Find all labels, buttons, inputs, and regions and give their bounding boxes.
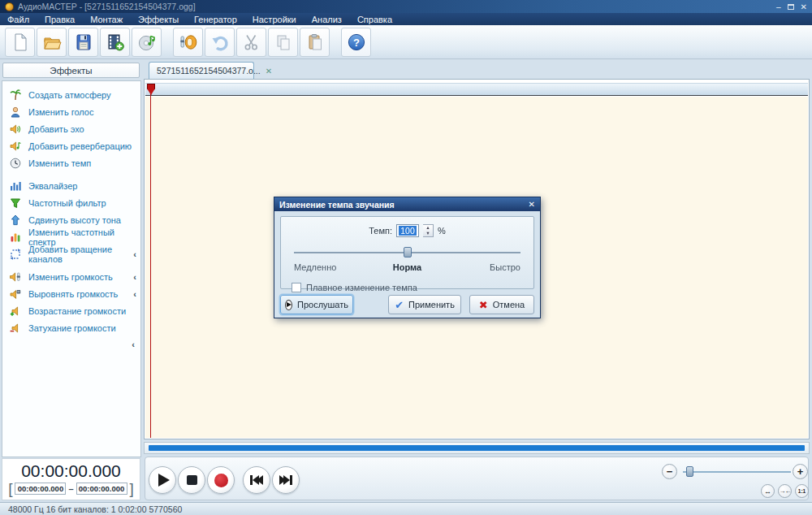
go-to-start-button[interactable]	[243, 466, 270, 494]
listen-button[interactable]: Прослушать	[280, 295, 353, 314]
effect-create-atmosphere[interactable]: Создать атмосферу	[2, 87, 140, 104]
zoom-slider-handle[interactable]	[686, 466, 693, 477]
effect-equalizer[interactable]: Эквалайзер	[2, 178, 140, 195]
effect-change-voice[interactable]: Изменить голос	[2, 104, 140, 121]
stop-button[interactable]	[178, 466, 205, 494]
fit-to-window-button[interactable]: ↔	[761, 484, 775, 498]
menu-help[interactable]: Справка	[357, 15, 392, 24]
scrollbar-thumb[interactable]	[149, 445, 805, 451]
window-title: АудиоМАСТЕР - [5271511652154504377.ogg]	[18, 2, 196, 11]
status-info: 48000 Гц 16 бит каналов: 1 0:02:00 57705…	[8, 504, 182, 514]
extract-from-video-button[interactable]	[100, 28, 130, 57]
effect-fade-out[interactable]: Затухание громкости	[2, 319, 140, 336]
tab-close-icon[interactable]: ✕	[266, 67, 272, 76]
open-file-button[interactable]	[37, 28, 67, 57]
play-icon	[158, 474, 170, 487]
effect-label: Добавить вращение каналов	[28, 245, 126, 264]
new-file-button[interactable]	[5, 28, 35, 57]
dialog-title-bar[interactable]: Изменение темпа звучания ✕	[274, 197, 540, 211]
speaker-plus-icon	[10, 305, 21, 317]
effect-channel-rotation[interactable]: Добавить вращение каналов ‹	[2, 245, 140, 262]
effect-label: Сдвинуть высоту тона	[28, 215, 121, 225]
smooth-tempo-label: Плавное изменение темпа	[306, 283, 417, 292]
copy-button[interactable]	[268, 28, 298, 57]
zoom-one-to-one-button[interactable]: 1:1	[795, 484, 809, 498]
range-dash: –	[68, 484, 73, 494]
toolbar: ?	[0, 25, 812, 59]
effect-change-spectrum[interactable]: Изменить частотный спектр	[2, 228, 140, 245]
fit-width-icon: ↔	[764, 487, 771, 496]
stop-icon	[187, 475, 197, 485]
help-button[interactable]: ?	[341, 28, 371, 57]
cancel-button[interactable]: ✖ Отмена	[469, 295, 534, 314]
record-button[interactable]	[207, 466, 235, 494]
range-end-field[interactable]: 00:00:00.000	[76, 483, 127, 495]
apply-button[interactable]: ✔ Применить	[388, 295, 461, 314]
spin-down-button[interactable]: ▼	[423, 231, 433, 236]
menu-edit[interactable]: Правка	[45, 15, 75, 24]
menu-settings[interactable]: Настройки	[253, 15, 296, 24]
save-button[interactable]	[68, 28, 98, 57]
app-logo-icon	[5, 2, 14, 11]
zoom-slider-track[interactable]	[683, 471, 791, 473]
menu-effects[interactable]: Эффекты	[138, 15, 179, 24]
chevron-left-icon[interactable]: ‹	[132, 340, 135, 349]
menu-file[interactable]: Файл	[7, 15, 29, 24]
undo-button[interactable]	[205, 28, 235, 57]
chevron-left-icon[interactable]: ‹	[133, 272, 136, 282]
equalizer-icon	[10, 180, 21, 192]
zoom-to-selection-button[interactable]: →←	[778, 484, 792, 498]
restore-button[interactable]	[788, 4, 794, 10]
tempo-slider	[294, 247, 520, 258]
tempo-dialog: Изменение темпа звучания ✕ Темп: 100 ▲ ▼…	[274, 197, 541, 318]
copy-icon	[274, 32, 293, 52]
tempo-slider-handle[interactable]	[404, 247, 412, 258]
menu-montage[interactable]: Монтаж	[90, 15, 123, 24]
range-start-field[interactable]: 00:00:00.000	[15, 483, 66, 495]
video-add-icon	[106, 32, 125, 52]
effect-add-echo[interactable]: Добавить эхо	[2, 121, 140, 138]
zoom-in-button[interactable]: +	[793, 464, 808, 479]
chevron-left-icon[interactable]: ‹	[133, 289, 136, 299]
effect-change-volume[interactable]: Изменить громкость ‹	[2, 269, 140, 286]
effect-add-reverb[interactable]: Добавить реверберацию	[2, 137, 140, 154]
play-button[interactable]	[149, 466, 176, 494]
speaker-note-icon	[10, 141, 21, 152]
menu-analysis[interactable]: Анализ	[312, 15, 342, 24]
effects-panel-header[interactable]: Эффекты	[2, 63, 140, 78]
chevron-left-icon[interactable]: ‹	[133, 249, 136, 259]
effect-frequency-filter[interactable]: Частотный фильтр	[2, 195, 140, 212]
effect-normalize-volume[interactable]: Выровнять громкость ‹	[2, 286, 140, 303]
percent-label: %	[438, 226, 446, 236]
timeline-ruler[interactable]	[145, 83, 808, 96]
effect-label: Эквалайзер	[28, 181, 77, 191]
effect-pitch-shift[interactable]: Сдвинуть высоту тона	[2, 212, 140, 229]
cancel-label: Отмена	[493, 300, 525, 309]
paste-button[interactable]	[300, 28, 330, 57]
close-button[interactable]: ✕	[801, 2, 807, 11]
horizontal-scrollbar[interactable]	[144, 442, 810, 454]
undo-icon	[210, 32, 230, 52]
palm-icon	[10, 89, 21, 101]
minimize-button[interactable]: –	[776, 2, 781, 11]
normal-label: Норма	[294, 262, 520, 272]
effect-change-tempo[interactable]: Изменить темп	[2, 154, 140, 171]
skip-to-end-icon	[279, 475, 292, 485]
effect-fade-in[interactable]: Возрастание громкости	[2, 303, 140, 320]
document-tab[interactable]: 5271511652154504377.o... ✕	[149, 62, 254, 79]
speaker-slider-icon	[10, 271, 21, 283]
go-to-end-button[interactable]	[272, 466, 300, 494]
smooth-tempo-checkbox[interactable]	[292, 283, 301, 292]
svg-text:?: ?	[353, 36, 360, 48]
grab-from-cd-button[interactable]	[132, 28, 162, 57]
menu-generator[interactable]: Генератор	[194, 15, 237, 24]
tempo-input[interactable]: 100	[396, 224, 419, 237]
zoom-out-button[interactable]: −	[662, 464, 677, 479]
new-file-icon	[11, 32, 30, 52]
smooth-tempo-option[interactable]: Плавное изменение темпа	[292, 283, 533, 292]
zoom-selection-icon: →←	[780, 487, 791, 495]
spin-up-button[interactable]: ▲	[423, 225, 433, 231]
record-sound-button[interactable]	[173, 28, 203, 57]
cut-button[interactable]	[236, 28, 266, 57]
dialog-close-icon[interactable]: ✕	[529, 200, 535, 209]
